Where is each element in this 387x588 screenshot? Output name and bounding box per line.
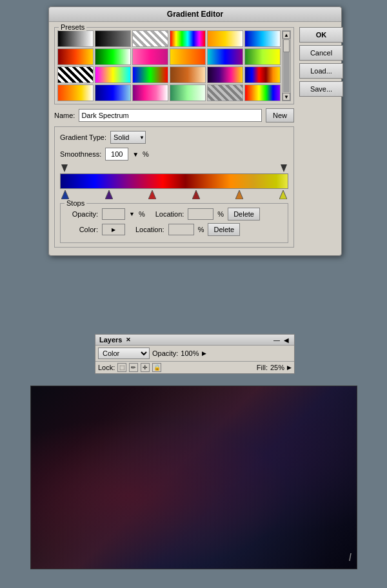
smoothness-input[interactable] xyxy=(105,148,128,161)
color-delete-button[interactable]: Delete xyxy=(208,223,240,236)
color-location-input[interactable] xyxy=(168,224,194,235)
svg-marker-1 xyxy=(281,164,287,172)
lock-move-button[interactable]: ✛ xyxy=(141,363,150,372)
name-row: Name: New xyxy=(54,108,294,122)
preset-item[interactable] xyxy=(207,30,243,47)
color-stops-row xyxy=(60,190,288,199)
smoothness-label: Smoothness: xyxy=(60,150,101,158)
scroll-up-arrow[interactable]: ▲ xyxy=(283,31,290,39)
load-button[interactable]: Load... xyxy=(299,63,343,79)
presets-legend: Presets xyxy=(59,23,86,31)
name-input[interactable] xyxy=(79,109,262,122)
opacity-location-label: Location: xyxy=(155,210,184,218)
svg-marker-2 xyxy=(61,190,69,199)
color-stop-6[interactable] xyxy=(279,190,287,199)
opacity-unit: % xyxy=(139,210,145,218)
smoothness-arrow-wrapper: ▼ xyxy=(132,151,139,158)
gradient-type-select-wrapper: Solid Noise ▼ xyxy=(110,131,146,144)
fill-label: Fill: xyxy=(257,364,268,371)
presets-group: Presets xyxy=(54,27,294,104)
presets-scrollbar[interactable]: ▲ ▼ xyxy=(282,30,291,101)
gradient-type-select[interactable]: Solid Noise xyxy=(110,131,146,144)
layers-tab-close-icon[interactable]: ✕ xyxy=(124,337,132,343)
preset-item[interactable] xyxy=(57,30,94,47)
opacity-arrow-icon[interactable]: ▶ xyxy=(202,350,206,357)
preset-item[interactable] xyxy=(57,48,94,65)
stops-group: Stops Opacity: ▼ % Location: % Delete Co… xyxy=(60,203,288,243)
smoothness-dropdown-icon[interactable]: ▼ xyxy=(132,151,139,158)
preset-item[interactable] xyxy=(170,84,206,101)
color-location-label: Location: xyxy=(135,226,164,233)
preset-item[interactable] xyxy=(244,84,281,101)
preset-item[interactable] xyxy=(207,66,243,83)
preset-item[interactable] xyxy=(95,84,131,101)
blend-mode-select[interactable]: Color Normal Multiply Screen xyxy=(98,348,150,359)
preset-item[interactable] xyxy=(57,66,94,83)
color-arrow-icon: ▶ xyxy=(112,227,115,233)
scroll-down-arrow[interactable]: ▼ xyxy=(283,93,290,101)
scroll-thumb[interactable] xyxy=(283,39,290,52)
save-button[interactable]: Save... xyxy=(299,81,343,97)
lock-transparent-button[interactable]: ⬚ xyxy=(117,363,126,372)
opacity-stop-row: Opacity: ▼ % Location: % Delete xyxy=(66,208,283,220)
presets-grid xyxy=(57,30,281,101)
color-stop-5[interactable] xyxy=(235,190,243,199)
smoothness-unit: % xyxy=(143,150,149,158)
preset-item[interactable] xyxy=(95,48,131,65)
dialog-buttons: OK Cancel Load... Save... xyxy=(299,27,343,250)
color-stop-1[interactable] xyxy=(61,190,69,199)
color-stop-3[interactable] xyxy=(148,190,156,199)
dialog-title: Gradient Editor xyxy=(167,10,223,19)
layers-controls: Color Normal Multiply Screen Opacity: 10… xyxy=(95,346,294,362)
canvas-area[interactable]: I xyxy=(30,386,357,569)
preset-item[interactable] xyxy=(132,30,168,47)
gradient-bar[interactable] xyxy=(60,173,288,189)
scroll-track xyxy=(283,39,290,92)
lock-paint-button[interactable]: ✏ xyxy=(129,363,138,372)
preset-item[interactable] xyxy=(170,30,206,47)
layers-panel: Layers ✕ — ◀ Color Normal Multiply Scree… xyxy=(95,334,295,374)
color-value-box[interactable]: ▶ xyxy=(102,224,125,235)
opacity-value-box[interactable] xyxy=(102,208,125,220)
color-label: Color: xyxy=(66,226,98,233)
preset-item[interactable] xyxy=(95,30,131,47)
preset-item[interactable] xyxy=(170,66,206,83)
gradient-editor-dialog: Gradient Editor Presets xyxy=(48,6,342,256)
cursor-indicator: I xyxy=(349,552,352,564)
fill-arrow-icon[interactable]: ▶ xyxy=(287,364,292,371)
color-stop-2[interactable] xyxy=(105,190,113,199)
preset-item[interactable] xyxy=(244,66,281,83)
preset-item[interactable] xyxy=(132,66,168,83)
preset-item[interactable] xyxy=(170,48,206,65)
opacity-location-input[interactable] xyxy=(188,208,213,220)
opacity-stop-right[interactable] xyxy=(281,164,287,172)
new-button[interactable]: New xyxy=(266,108,294,122)
color-stop-4[interactable] xyxy=(192,190,200,199)
ok-button[interactable]: OK xyxy=(299,27,343,43)
layers-titlebar: Layers ✕ — ◀ xyxy=(95,335,294,346)
gradient-type-group: Gradient Type: Solid Noise ▼ Smoothness:… xyxy=(54,126,294,248)
preset-item[interactable] xyxy=(95,66,131,83)
cancel-button[interactable]: Cancel xyxy=(299,45,343,61)
preset-item[interactable] xyxy=(207,48,243,65)
layers-title: Layers xyxy=(99,336,122,344)
opacity-stop-left[interactable] xyxy=(61,164,68,172)
name-label: Name: xyxy=(54,112,75,119)
layers-expand-icon[interactable]: ◀ xyxy=(283,337,290,344)
opacity-label: Opacity: xyxy=(152,349,178,357)
color-stop-row: Color: ▶ Location: % Delete xyxy=(66,223,283,236)
opacity-value: 100% xyxy=(181,349,199,357)
preset-item[interactable] xyxy=(132,48,168,65)
layers-minimize-icon[interactable]: — xyxy=(272,337,281,344)
lock-all-button[interactable]: 🔒 xyxy=(152,363,161,372)
opacity-dropdown-icon[interactable]: ▼ xyxy=(129,211,135,217)
preset-item[interactable] xyxy=(207,84,243,101)
preset-item[interactable] xyxy=(132,84,168,101)
color-location-unit: % xyxy=(198,226,204,233)
preset-item[interactable] xyxy=(244,48,281,65)
preset-item[interactable] xyxy=(57,84,94,101)
stops-legend: Stops xyxy=(64,199,86,207)
svg-marker-3 xyxy=(105,190,113,199)
opacity-delete-button[interactable]: Delete xyxy=(228,208,260,220)
preset-item[interactable] xyxy=(244,30,281,47)
